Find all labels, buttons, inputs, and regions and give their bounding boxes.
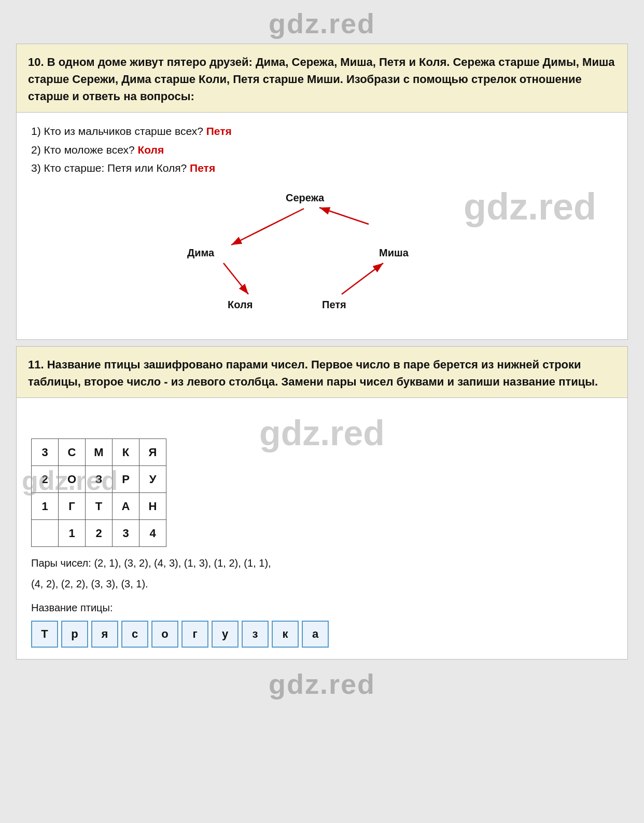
letter-box-5: о	[151, 621, 178, 648]
letter-box-6: г	[181, 621, 208, 648]
cell-3-1: С	[59, 439, 86, 466]
cell-1-2: Т	[86, 493, 113, 520]
col-1: 1	[59, 520, 86, 547]
pairs-text-2: (4, 2), (2, 2), (3, 3), (3, 1).	[31, 575, 613, 593]
cell-3-2: М	[86, 439, 113, 466]
watermark-mid-1: gdz.red	[464, 175, 596, 238]
question-1: 1) Кто из мальчиков старше всех? Петя	[31, 122, 613, 141]
svg-line-3	[223, 263, 248, 294]
node-petya: Петя	[322, 296, 346, 313]
bird-name-label: Название птицы:	[31, 599, 613, 616]
row-num-3: 3	[32, 439, 59, 466]
letter-box-3: я	[91, 621, 118, 648]
cell-2-1: О	[59, 466, 86, 493]
node-dima: Дима	[187, 244, 214, 262]
table-col-headers: 1 2 3 4	[32, 520, 166, 547]
pairs-text-1: Пары чисел: (2, 1), (3, 2), (4, 3), (1, …	[31, 554, 613, 572]
letter-boxes: Т р я с о г у з к а	[31, 621, 613, 648]
cell-2-2: З	[86, 466, 113, 493]
letter-box-1: Т	[31, 621, 58, 648]
letter-box-10: а	[302, 621, 329, 648]
cell-3-4: Я	[139, 439, 166, 466]
cell-1-4: Н	[139, 493, 166, 520]
pairs-values-2: (4, 2), (2, 2), (3, 3), (3, 1).	[31, 578, 148, 589]
col-empty	[32, 520, 59, 547]
svg-line-2	[319, 208, 369, 224]
watermark-bottom: gdz.red	[5, 666, 639, 704]
table-section: 3 С М К Я 2 О З Р У	[31, 438, 613, 648]
letter-box-7: у	[212, 621, 239, 648]
question-2: 2) Кто моложе всех? Коля	[31, 141, 613, 159]
node-misha: Миша	[379, 244, 409, 262]
row-num-1: 1	[32, 493, 59, 520]
q1-text: 1) Кто из мальчиков старше всех?	[31, 125, 203, 137]
row-num-2: 2	[32, 466, 59, 493]
problem-10-body: gdz.red 1) Кто из мальчиков старше всех?…	[17, 113, 627, 339]
svg-line-4	[342, 263, 383, 294]
question-3: 3) Кто старше: Петя или Коля? Петя	[31, 159, 613, 177]
problem-10-card: 10. В одном доме живут пятеро друзей: Ди…	[16, 44, 628, 340]
watermark-top: gdz.red	[5, 5, 639, 44]
pairs-values-1: (2, 1), (3, 2), (4, 3), (1, 3), (1, 2), …	[94, 557, 271, 569]
pairs-label: Пары чисел:	[31, 557, 91, 569]
a1-text: Петя	[203, 125, 232, 137]
q2-text: 2) Кто моложе всех?	[31, 144, 135, 156]
node-kolya: Коля	[228, 296, 253, 313]
problem-11-card: 11. Название птицы зашифровано парами чи…	[16, 346, 628, 660]
q3-text: 3) Кто старше: Петя или Коля?	[31, 162, 187, 174]
problem-10-header: 10. В одном доме живут пятеро друзей: Ди…	[17, 44, 627, 113]
cell-1-3: А	[113, 493, 139, 520]
col-4: 4	[139, 520, 166, 547]
table-row-2: 2 О З Р У	[32, 466, 166, 493]
col-3: 3	[113, 520, 139, 547]
cell-3-3: К	[113, 439, 139, 466]
letter-box-2: р	[61, 621, 88, 648]
problem-11-body: gdz.red gdz.red 3 С М К Я 2 О	[17, 398, 627, 659]
col-2: 2	[86, 520, 113, 547]
cell-2-4: У	[139, 466, 166, 493]
diagram-area: Сережа Дима Миша Коля Петя	[166, 183, 478, 328]
cell-1-1: Г	[59, 493, 86, 520]
table-row-1: 1 Г Т А Н	[32, 493, 166, 520]
cell-2-3: Р	[113, 466, 139, 493]
a3-text: Петя	[187, 162, 215, 174]
table-row-3: 3 С М К Я	[32, 439, 166, 466]
problem-11-header: 11. Название птицы зашифровано парами чи…	[17, 347, 627, 398]
letter-box-4: с	[121, 621, 148, 648]
letter-box-8: з	[242, 621, 269, 648]
cipher-table: 3 С М К Я 2 О З Р У	[31, 438, 166, 547]
a2-text: Коля	[135, 144, 164, 156]
svg-line-1	[231, 209, 304, 245]
letter-box-9: к	[272, 621, 299, 648]
node-seryozha: Сережа	[286, 189, 324, 207]
